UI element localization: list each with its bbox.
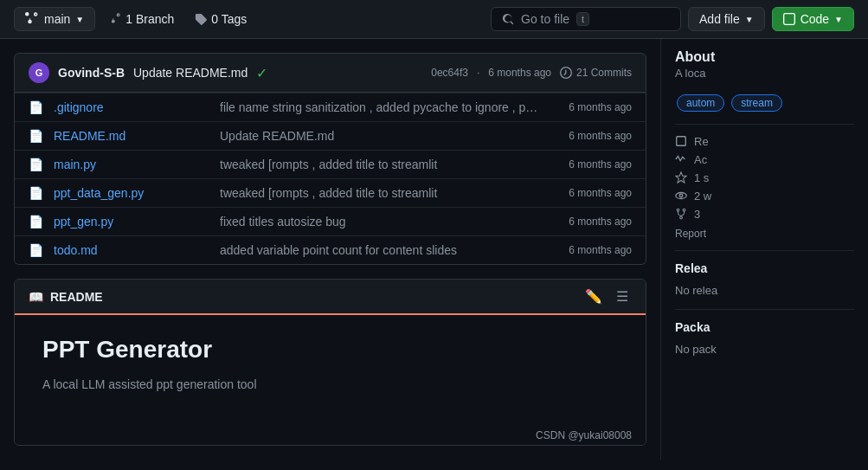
commit-hash[interactable]: 0ec64f3 — [431, 67, 468, 79]
add-file-label: Add file — [699, 12, 740, 26]
sidebar: About A loca autom stream Re Ac 1 s 2 w … — [660, 39, 868, 460]
file-name-0[interactable]: .gitignore — [54, 100, 209, 114]
sidebar-tag-autom[interactable]: autom — [677, 94, 724, 112]
file-icon: 📄 — [29, 100, 43, 114]
sidebar-link-watchers[interactable]: 2 w — [675, 190, 854, 203]
file-name-4[interactable]: ppt_gen.py — [54, 215, 209, 229]
sidebar-divider-2 — [675, 250, 854, 251]
activity-icon — [675, 153, 687, 165]
code-icon — [783, 13, 795, 25]
fork-icon — [675, 208, 687, 220]
about-title: About — [675, 46, 854, 65]
file-message-1: Update README.md — [220, 129, 558, 143]
readme-header-left: 📖 README — [29, 290, 575, 304]
readme-title: README — [50, 290, 103, 304]
file-time-1: 6 months ago — [569, 130, 632, 142]
file-name-1[interactable]: README.md — [54, 129, 209, 143]
packages-desc: No pack — [675, 341, 854, 358]
file-time-4: 6 months ago — [569, 216, 632, 228]
readme-description: A local LLM assisted ppt generation tool — [42, 377, 618, 391]
svg-point-2 — [676, 193, 686, 199]
footer-bar: CSDN @yukai08008 — [15, 426, 646, 445]
svg-rect-0 — [677, 137, 686, 146]
file-table: 📄 .gitignore file name string sanitizati… — [14, 93, 646, 265]
readme-header: 📖 README ✏️ ☰ — [15, 280, 646, 315]
branch-count-button[interactable]: 1 Branch — [102, 8, 181, 30]
commit-time-value: 6 months ago — [488, 67, 551, 79]
table-row[interactable]: 📄 README.md Update README.md 6 months ag… — [15, 121, 646, 150]
branch-chevron-icon: ▼ — [75, 15, 84, 24]
commits-count-label: 21 Commits — [576, 67, 632, 79]
commit-message: Update README.md — [133, 66, 248, 80]
sidebar-divider-1 — [675, 124, 854, 125]
file-message-0: file name string sanitization , added py… — [220, 100, 558, 114]
svg-point-4 — [677, 209, 679, 211]
file-time-3: 6 months ago — [569, 187, 632, 199]
file-time-0: 6 months ago — [569, 101, 632, 113]
readme-content: PPT Generator A local LLM assisted ppt g… — [15, 315, 646, 426]
readme-raw-button[interactable]: ☰ — [613, 287, 632, 306]
commit-time: · — [477, 67, 479, 79]
add-file-button[interactable]: Add file ▼ — [688, 7, 765, 31]
check-icon: ✓ — [256, 65, 267, 81]
file-icon: 📄 — [29, 215, 43, 229]
readme-section: 📖 README ✏️ ☰ PPT Generator A local LLM … — [14, 279, 646, 446]
sidebar-link-forks[interactable]: 3 — [675, 208, 854, 221]
readme-icon — [675, 135, 687, 147]
table-row[interactable]: 📄 ppt_data_gen.py tweaked [rompts , adde… — [15, 178, 646, 207]
svg-point-5 — [683, 209, 685, 211]
svg-marker-1 — [676, 172, 686, 183]
sidebar-divider-3 — [675, 309, 854, 310]
eye-icon — [675, 190, 687, 202]
branch-icon — [25, 12, 39, 26]
branch-label: main — [44, 12, 70, 26]
table-row[interactable]: 📄 .gitignore file name string sanitizati… — [15, 93, 646, 121]
table-row[interactable]: 📄 todo.md added variable point count for… — [15, 235, 646, 264]
readme-actions: ✏️ ☰ — [582, 287, 632, 306]
table-row[interactable]: 📄 ppt_gen.py fixed titles autosize bug 6… — [15, 207, 646, 235]
packages-title: Packa — [675, 320, 854, 334]
file-icon: 📄 — [29, 186, 43, 200]
tags-count-label: 0 Tags — [211, 12, 247, 26]
code-label: Code — [800, 12, 829, 26]
sidebar-link-readme[interactable]: Re — [675, 135, 854, 148]
file-name-2[interactable]: main.py — [54, 158, 209, 171]
table-row[interactable]: 📄 main.py tweaked [rompts , added title … — [15, 150, 646, 178]
readme-edit-button[interactable]: ✏️ — [582, 287, 606, 306]
avatar: G — [29, 62, 49, 83]
goto-file-label: Go to file — [521, 12, 569, 26]
file-browser: G Govind-S-B Update README.md ✓ 0ec64f3 … — [0, 39, 660, 460]
svg-point-3 — [679, 194, 683, 197]
branch-button[interactable]: main ▼ — [14, 7, 95, 31]
commit-author[interactable]: Govind-S-B — [58, 66, 125, 80]
code-button[interactable]: Code ▼ — [772, 7, 854, 31]
main-layout: G Govind-S-B Update README.md ✓ 0ec64f3 … — [0, 39, 868, 460]
sidebar-link-stars[interactable]: 1 s — [675, 171, 854, 184]
goto-file-shortcut: t — [576, 12, 589, 26]
readme-h1: PPT Generator — [42, 336, 618, 364]
commits-count-button[interactable]: 21 Commits — [560, 67, 632, 79]
sidebar-link-activity[interactable]: Ac — [675, 153, 854, 166]
code-chevron: ▼ — [834, 15, 843, 24]
releases-desc: No relea — [675, 282, 854, 299]
tag-icon — [195, 13, 207, 25]
file-time-5: 6 months ago — [569, 244, 632, 256]
file-name-5[interactable]: todo.md — [54, 243, 209, 257]
branch-count-icon — [109, 13, 121, 25]
sidebar-report[interactable]: Report — [675, 228, 854, 240]
footer-csdn: CSDN @yukai08008 — [536, 429, 632, 441]
branch-count-label: 1 Branch — [125, 12, 174, 26]
go-to-file-bar[interactable]: Go to file t — [491, 7, 681, 31]
file-message-5: added variable point count for content s… — [220, 243, 558, 257]
file-message-3: tweaked [rompts , added title to streaml… — [220, 186, 558, 200]
tags-button[interactable]: 0 Tags — [188, 8, 254, 30]
star-icon — [675, 171, 687, 183]
sidebar-about-desc: A loca — [675, 65, 854, 82]
commit-row: G Govind-S-B Update README.md ✓ 0ec64f3 … — [14, 53, 646, 93]
file-name-3[interactable]: ppt_data_gen.py — [54, 186, 209, 200]
readme-book-icon: 📖 — [29, 290, 43, 304]
search-icon — [502, 13, 514, 25]
file-icon: 📄 — [29, 129, 43, 143]
sidebar-tag-stream[interactable]: stream — [731, 94, 782, 112]
releases-title: Relea — [675, 261, 854, 275]
